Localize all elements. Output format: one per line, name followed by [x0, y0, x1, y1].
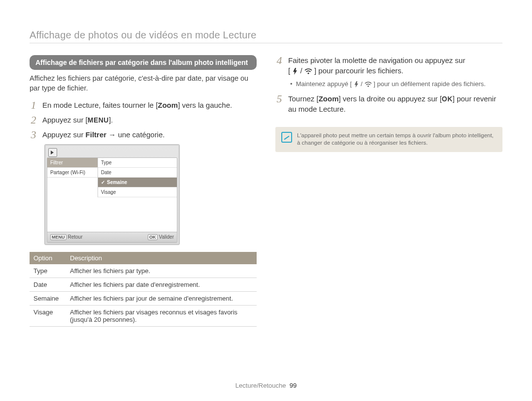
page-title: Affichage de photos ou de vidéos en mode…: [30, 30, 502, 43]
step-number: 1: [30, 100, 37, 111]
step-4: 4 Faites pivoter la molette de navigatio…: [275, 55, 502, 76]
note-box: L'appareil photo peut mettre un certain …: [275, 127, 502, 152]
note-icon: [281, 132, 292, 143]
footer-valider: OKValider: [148, 234, 174, 240]
menu-label: MENU: [88, 117, 109, 123]
col-header-option: Option: [30, 252, 66, 264]
step-text: Tournez [Zoom] vers la droite ou appuyez…: [288, 93, 502, 114]
table-row: TypeAfficher les fichiers par type.: [30, 264, 257, 278]
left-column: Affichage de fichiers par catégorie dans…: [30, 55, 257, 327]
table-row: DateAfficher les fichiers par date d'enr…: [30, 278, 257, 292]
option-date: Date: [98, 168, 177, 178]
step-number: 4: [275, 55, 283, 66]
menu-item-filtrer: Filtrer: [47, 158, 98, 168]
step-2: 2 Appuyez sur [MENU].: [30, 115, 257, 125]
footer-retour: MENURetour: [50, 234, 83, 240]
options-table: Option Description TypeAfficher les fich…: [30, 252, 257, 327]
option-semaine-selected: Semaine: [98, 178, 177, 187]
right-column: 4 Faites pivoter la molette de navigatio…: [275, 55, 502, 327]
flash-icon: [354, 81, 359, 88]
step-number: 2: [30, 115, 37, 125]
camera-screen-mock: Filtrer Partager (Wi-Fi) Type Date Semai…: [44, 144, 180, 245]
step-text: En mode Lecture, faites tourner le [Zoom…: [42, 100, 257, 110]
play-icon: [48, 148, 57, 157]
section-heading: Affichage de fichiers par catégorie dans…: [30, 55, 257, 70]
step-text: Appuyez sur Filtrer → une catégorie.: [42, 129, 257, 140]
step-1: 1 En mode Lecture, faites tourner le [Zo…: [30, 100, 257, 111]
step-number: 3: [30, 129, 37, 140]
wifi-icon: [365, 81, 372, 88]
col-header-description: Description: [66, 252, 257, 264]
flash-icon: [292, 68, 298, 75]
wifi-icon: [304, 68, 312, 75]
step-3: 3 Appuyez sur Filtrer → une catégorie.: [30, 129, 257, 140]
page-number: 99: [290, 382, 297, 389]
ok-badge: OK: [148, 234, 158, 240]
page-footer: Lecture/Retouche 99: [0, 382, 532, 389]
menu-badge: MENU: [50, 234, 66, 240]
table-row: SemaineAfficher les fichiers par jour de…: [30, 292, 257, 306]
step-4-bullet: • Maintenez appuyé [ / ] pour un défilem…: [290, 80, 502, 89]
menu-item-partager: Partager (Wi-Fi): [47, 168, 98, 178]
ok-label: OK: [442, 95, 453, 102]
section-intro: Affichez les fichiers par catégorie, c'e…: [30, 74, 257, 93]
svg-point-1: [307, 72, 309, 74]
svg-point-3: [367, 86, 369, 87]
footer-section: Lecture/Retouche: [235, 382, 286, 389]
step-text: Faites pivoter la molette de navigation …: [288, 55, 502, 76]
svg-marker-0: [293, 68, 297, 75]
option-type: Type: [98, 158, 177, 168]
note-text: L'appareil photo peut mettre un certain …: [297, 132, 497, 147]
svg-marker-2: [355, 81, 358, 88]
step-5: 5 Tournez [Zoom] vers la droite ou appuy…: [275, 93, 502, 114]
step-text: Appuyez sur [MENU].: [42, 115, 257, 125]
option-visage: Visage: [98, 187, 177, 197]
step-number: 5: [275, 93, 283, 104]
table-row: VisageAfficher les fichiers par visages …: [30, 306, 257, 327]
